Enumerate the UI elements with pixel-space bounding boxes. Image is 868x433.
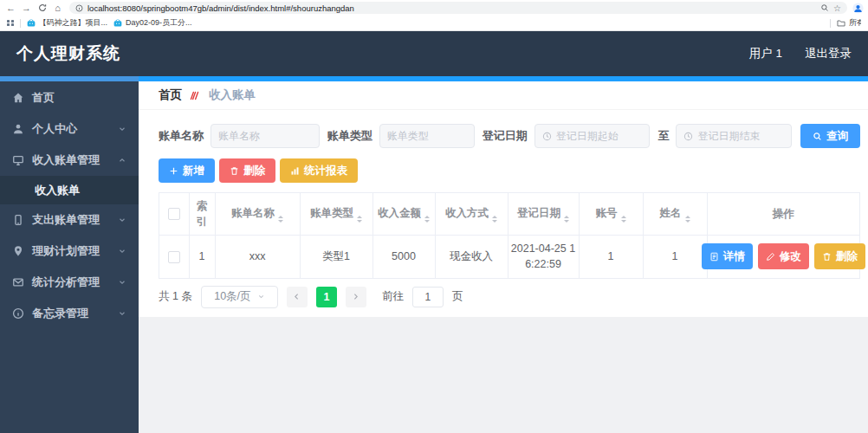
to-label: 至 xyxy=(657,128,669,144)
filter-bar: 账单名称 账单类型 登记日期 xyxy=(159,124,860,148)
sidebar-item-statistics-mgmt[interactable]: 统计分析管理 xyxy=(0,267,139,298)
bookmark-star-icon[interactable]: ☆ xyxy=(833,3,841,13)
next-page-button[interactable] xyxy=(346,287,366,307)
page-background xyxy=(139,317,868,433)
goto-page-input[interactable] xyxy=(412,287,444,307)
sort-icon[interactable] xyxy=(492,216,497,223)
sidebar-item-personal-center[interactable]: 个人中心 xyxy=(0,113,139,145)
zoom-icon[interactable] xyxy=(820,3,829,12)
sidebar-item-label: 收入账单 xyxy=(35,183,80,198)
browser-window: ← → ⌂ localhost:8080/springbootm47gb/adm… xyxy=(0,0,868,433)
info-circle-icon xyxy=(12,307,24,320)
cell-method: 现金收入 xyxy=(435,236,508,278)
logout-button[interactable]: 退出登录 xyxy=(805,46,852,61)
breadcrumb-home[interactable]: 首页 xyxy=(159,87,182,103)
search-button[interactable]: 查询 xyxy=(800,124,860,148)
sidebar-item-label: 收入账单管理 xyxy=(32,152,100,168)
bill-name-field[interactable] xyxy=(211,124,320,148)
sidebar-item-expense-bill-mgmt[interactable]: 支出账单管理 xyxy=(0,204,139,236)
col-header-type[interactable]: 账单类型 xyxy=(300,193,372,236)
date-start-input[interactable] xyxy=(556,130,643,142)
breadcrumb: 首页 收入账单 xyxy=(139,81,868,110)
cell-date: 2021-04-25 16:22:59 xyxy=(508,236,579,278)
bill-type-input[interactable] xyxy=(387,130,467,142)
all-bookmarks-label: 所有书签 xyxy=(849,17,861,29)
clock-icon xyxy=(542,132,552,141)
col-header-actions: 操作 xyxy=(707,193,859,236)
apps-grid-icon[interactable] xyxy=(7,20,14,27)
sidebar-item-finance-plan-mgmt[interactable]: 理财计划管理 xyxy=(0,236,139,267)
home-icon xyxy=(12,92,24,104)
col-header-date[interactable]: 登记日期 xyxy=(508,193,579,236)
bookmark-item[interactable]: Day02-09-员工分... xyxy=(113,17,192,29)
forward-icon[interactable]: → xyxy=(20,2,33,15)
address-bar[interactable]: localhost:8080/springbootm47gb/admin/dis… xyxy=(69,2,847,14)
document-icon xyxy=(709,252,719,262)
add-button[interactable]: 新增 xyxy=(159,158,215,183)
all-bookmarks-button[interactable]: 所有书签 xyxy=(837,17,861,29)
table-header-row: 索引 账单名称 账单类型 收入金额 收入方式 登记日期 账号 姓名 操作 xyxy=(159,193,859,236)
select-all-checkbox[interactable] xyxy=(168,208,180,220)
col-header-index: 索引 xyxy=(189,193,215,236)
reload-icon[interactable] xyxy=(36,2,49,15)
current-user[interactable]: 用户 1 xyxy=(749,46,782,61)
bookmark-label: Day02-09-员工分... xyxy=(126,17,192,29)
home-icon[interactable]: ⌂ xyxy=(51,2,64,15)
col-header-method[interactable]: 收入方式 xyxy=(435,193,508,236)
bill-type-field[interactable] xyxy=(379,124,475,148)
page-size-select[interactable]: 10条/页 xyxy=(201,286,278,308)
date-end-field[interactable] xyxy=(676,124,792,148)
back-icon[interactable]: ← xyxy=(4,2,17,15)
sort-icon[interactable] xyxy=(564,216,569,223)
sidebar-item-label: 备忘录管理 xyxy=(32,306,88,321)
col-header-person[interactable]: 姓名 xyxy=(643,193,707,236)
app-header: 个人理财系统 用户 1 退出登录 xyxy=(0,31,868,76)
sort-icon[interactable] xyxy=(685,216,690,223)
location-pin-icon xyxy=(12,245,24,257)
remove-button[interactable]: 删除 xyxy=(814,243,865,269)
edit-pen-icon xyxy=(766,252,775,262)
detail-button[interactable]: 详情 xyxy=(702,243,753,269)
sort-icon[interactable] xyxy=(278,216,283,223)
sidebar-item-label: 支出账单管理 xyxy=(32,212,100,228)
chevron-down-icon xyxy=(118,216,126,224)
current-page-button[interactable]: 1 xyxy=(316,287,337,307)
date-start-field[interactable] xyxy=(534,124,651,148)
profile-avatar-icon[interactable] xyxy=(852,3,864,14)
divider xyxy=(830,19,831,28)
income-bill-table: 索引 账单名称 账单类型 收入金额 收入方式 登记日期 账号 姓名 操作 xyxy=(159,192,860,279)
plus-icon xyxy=(169,166,178,176)
report-button[interactable]: 统计报表 xyxy=(280,158,358,183)
sidebar-item-income-bill-mgmt[interactable]: 收入账单管理 xyxy=(0,145,139,176)
table-row: 1 xxx 类型1 5000 现金收入 2021-04-25 16:22:59 … xyxy=(159,236,859,278)
register-date-label: 登记日期 xyxy=(483,128,528,144)
sidebar-item-memo-mgmt[interactable]: 备忘录管理 xyxy=(0,298,139,329)
site-info-icon[interactable] xyxy=(75,4,83,12)
mail-icon xyxy=(12,276,24,288)
prev-page-button[interactable] xyxy=(287,287,308,307)
bookmark-favicon xyxy=(27,19,36,27)
bookmark-item[interactable]: 【码神之路】项目... xyxy=(27,17,108,29)
sort-icon[interactable] xyxy=(424,216,430,223)
folder-icon xyxy=(837,19,845,27)
col-header-amount[interactable]: 收入金额 xyxy=(372,193,435,236)
col-header-account[interactable]: 账号 xyxy=(579,193,643,236)
total-count: 共 1 条 xyxy=(159,289,192,304)
cell-amount: 5000 xyxy=(372,236,435,278)
sort-icon[interactable] xyxy=(621,216,626,223)
toolbar: 新增 删除 统计报表 xyxy=(159,158,860,183)
edit-button[interactable]: 修改 xyxy=(758,243,809,269)
row-checkbox[interactable] xyxy=(168,251,180,263)
date-end-input[interactable] xyxy=(697,130,784,142)
goto-label: 前往 xyxy=(382,289,404,304)
sidebar-item-home[interactable]: 首页 xyxy=(0,82,139,113)
delete-button[interactable]: 删除 xyxy=(219,158,275,183)
url-text[interactable]: localhost:8080/springbootm47gb/admin/dis… xyxy=(87,3,816,13)
sidebar-subitem-income-bill[interactable]: 收入账单 xyxy=(0,176,139,204)
pagination: 共 1 条 10条/页 1 前往 页 xyxy=(159,286,860,308)
chevron-right-icon xyxy=(352,293,360,301)
breadcrumb-separator-icon xyxy=(190,90,201,101)
col-header-name[interactable]: 账单名称 xyxy=(215,193,300,236)
sort-icon[interactable] xyxy=(357,216,362,223)
bill-name-input[interactable] xyxy=(218,130,312,142)
